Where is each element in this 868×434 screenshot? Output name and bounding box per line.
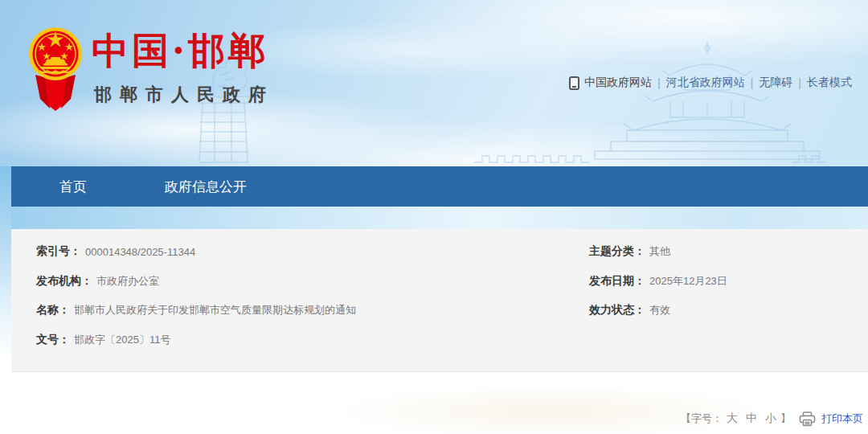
meta-label: 索引号： [36,244,81,259]
meta-column-right: 主题分类： 其他 发布日期： 2025年12月23日 效力状态： 有效 [589,237,854,326]
meta-value: 000014348/2025-11344 [85,246,195,258]
font-size-large-button[interactable]: 大 [727,411,738,426]
link-china-gov[interactable]: 中国政府网站 [584,76,652,90]
site-logo[interactable] [29,25,82,112]
meta-row-validity-status: 效力状态： 有效 [589,296,854,326]
main-navbar: 首页 政府信息公开 [11,166,868,207]
print-page-link[interactable]: 打印本页 [821,411,863,426]
meta-value: 2025年12月23日 [649,274,727,289]
font-size-suffix: 】 [780,411,791,426]
meta-row-doc-number: 文号： 邯政字〔2025〕11号 [36,326,567,355]
meta-label: 名称： [36,303,70,317]
link-elder-mode[interactable]: 长者模式 [807,76,852,90]
meta-value: 邯郸市人民政府关于印发邯郸市空气质量限期达标规划的通知 [74,303,356,317]
site-header: 中国·邯郸 邯郸市人民政府 中国政府网站 | 河北省政府网站 | 无障碍 | 长… [0,0,868,166]
meta-value: 市政府办公室 [96,274,159,289]
site-subtitle: 邯郸市人民政府 [94,83,274,107]
nav-item-info-disclosure[interactable]: 政府信息公开 [165,178,247,196]
footer-area: 【字号： 大 中 小 】 打印本页 [11,373,868,434]
meta-row-issuing-agency: 发布机构： 市政府办公室 [36,267,567,297]
nav-sub-band [11,207,868,229]
link-separator: | [751,76,754,89]
link-hebei-gov[interactable]: 河北省政府网站 [666,76,745,90]
top-links-bar: 中国政府网站 | 河北省政府网站 | 无障碍 | 长者模式 [569,75,852,91]
font-size-prefix: 【字号： [681,411,723,426]
meta-label: 发布机构： [36,274,92,289]
meta-row-publish-date: 发布日期： 2025年12月23日 [589,267,854,297]
meta-value: 有效 [649,303,670,317]
left-gutter [0,166,11,359]
font-size-small-button[interactable]: 小 [765,411,776,426]
document-meta-box: 索引号： 000014348/2025-11344 发布机构： 市政府办公室 名… [11,229,868,372]
site-title: 中国·邯郸 [92,27,333,76]
meta-row-index-number: 索引号： 000014348/2025-11344 [36,237,567,267]
meta-label: 发布日期： [589,274,645,289]
mobile-device-icon [569,76,579,90]
page-tools: 【字号： 大 中 小 】 打印本页 [681,410,863,428]
link-accessibility[interactable]: 无障碍 [759,76,792,90]
page: 中国·邯郸 邯郸市人民政府 中国政府网站 | 河北省政府网站 | 无障碍 | 长… [0,0,868,434]
nav-item-home[interactable]: 首页 [59,178,87,196]
meta-label: 文号： [36,333,70,347]
link-separator: | [798,76,801,89]
meta-label: 效力状态： [589,303,645,317]
meta-label: 主题分类： [589,244,645,259]
meta-value: 邯政字〔2025〕11号 [74,333,170,347]
meta-row-topic-category: 主题分类： 其他 [589,237,854,267]
printer-icon[interactable] [799,411,816,427]
font-size-medium-button[interactable]: 中 [746,411,757,426]
link-separator: | [657,76,661,89]
pavilion-watermark-icon [474,42,828,166]
meta-value: 其他 [649,244,670,259]
meta-row-title: 名称： 邯郸市人民政府关于印发邯郸市空气质量限期达标规划的通知 [36,296,567,326]
national-emblem-icon [29,25,82,112]
meta-column-left: 索引号： 000014348/2025-11344 发布机构： 市政府办公室 名… [36,237,567,354]
